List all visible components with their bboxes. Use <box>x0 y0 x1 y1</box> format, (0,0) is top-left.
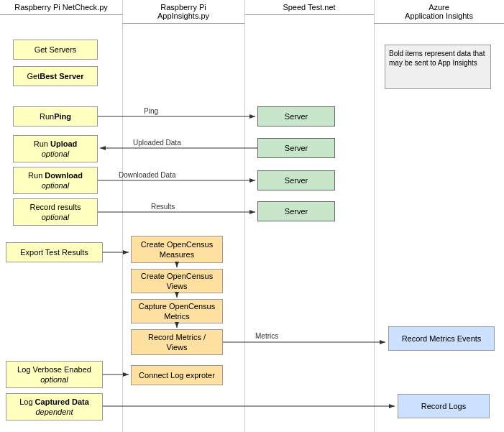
col1-title: Raspberry Pi NetCheck.py <box>14 3 108 12</box>
col3-title: Speed Test.net <box>283 3 335 12</box>
svg-text:Uploaded Data: Uploaded Data <box>133 139 181 147</box>
record-metrics-events-box: Record Metrics Events <box>388 326 495 351</box>
col2-title: Raspberry PiAppInsights.py <box>157 3 209 20</box>
run-download-box: Run Downloadoptional <box>13 167 98 194</box>
col-divider-1 <box>122 0 123 432</box>
note-box: Bold items represent data that may be se… <box>385 45 491 89</box>
col4-title: AzureApplication Insights <box>405 3 473 20</box>
svg-text:Metrics: Metrics <box>255 332 278 340</box>
col2-header: Raspberry PiAppInsights.py <box>122 0 244 24</box>
col3-header: Speed Test.net <box>244 0 374 15</box>
svg-text:Ping: Ping <box>144 107 158 115</box>
server-upload-box: Server <box>257 138 335 158</box>
get-best-server-box: Get Best Server <box>13 66 98 86</box>
export-test-box: Export Test Results <box>6 242 103 262</box>
record-logs-box: Record Logs <box>398 394 490 418</box>
record-results-box: Record resultsoptional <box>13 198 98 226</box>
log-captured-box: Log Captured Datadependent <box>6 393 103 420</box>
col-divider-2 <box>244 0 245 432</box>
run-upload-box: Run Uploadoptional <box>13 135 98 162</box>
record-metrics-views-box: Record Metrics /Views <box>131 329 223 355</box>
diagram-container: Raspberry Pi NetCheck.py Raspberry PiApp… <box>0 0 504 432</box>
create-views-box: Create OpenCensusViews <box>131 269 223 293</box>
create-measures-box: Create OpenCensusMeasures <box>131 236 223 263</box>
capture-metrics-box: Capture OpenCensusMetrics <box>131 299 223 323</box>
server-results-box: Server <box>257 201 335 221</box>
run-ping-box: Run Ping <box>13 106 98 127</box>
svg-text:Results: Results <box>151 203 175 211</box>
get-servers-box: Get Servers <box>13 40 98 60</box>
col4-header: AzureApplication Insights <box>374 0 504 24</box>
col1-header: Raspberry Pi NetCheck.py <box>0 0 122 15</box>
svg-text:Downloaded Data: Downloaded Data <box>119 171 176 179</box>
server-ping-box: Server <box>257 106 335 127</box>
connect-log-box: Connect Log exproter <box>131 365 223 385</box>
log-verbose-box: Log Verbose Enabedoptional <box>6 361 103 388</box>
server-download-box: Server <box>257 170 335 190</box>
col-divider-3 <box>374 0 375 432</box>
